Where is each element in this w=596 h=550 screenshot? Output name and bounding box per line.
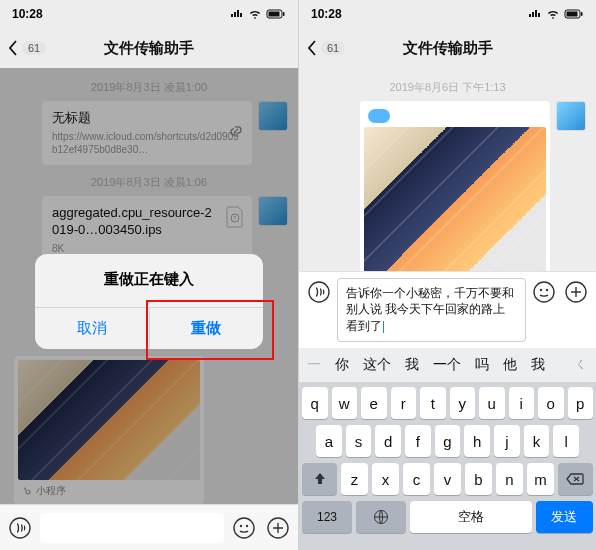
key-o[interactable]: o (538, 387, 564, 419)
candidate[interactable]: 你 (335, 356, 349, 374)
link-url: https://www.icloud.com/shortcuts/d2d0909… (52, 130, 242, 157)
unread-badge: 61 (22, 41, 46, 55)
status-time: 10:28 (311, 7, 342, 21)
nav-bar: 61 文件传输助手 (0, 28, 298, 68)
key-r[interactable]: r (391, 387, 417, 419)
svg-point-13 (309, 282, 329, 302)
candidate[interactable]: 吗 (475, 356, 489, 374)
emoji-button[interactable] (530, 278, 558, 306)
screenshot-left: 10:28 61 文件传输助手 2019年8月3日 凌晨1:00 无标题 htt… (0, 0, 298, 550)
alert-title: 重做正在键入 (35, 254, 263, 307)
key-y[interactable]: y (450, 387, 476, 419)
key-space[interactable]: 空格 (410, 501, 532, 533)
plus-button[interactable] (264, 514, 292, 542)
voice-button[interactable] (305, 278, 333, 306)
key-x[interactable]: x (372, 463, 399, 495)
key-globe[interactable] (356, 501, 406, 533)
timestamp: 2019年8月3日 凌晨1:00 (10, 80, 288, 95)
input-bar: 告诉你一个小秘密，千万不要和别人说 我今天下午回家的路上看到了| (299, 271, 596, 348)
link-title: 无标题 (52, 109, 242, 127)
file-name: aggregated.cpu_resource-2019-0…003450.ip… (52, 204, 242, 239)
text-input[interactable] (40, 513, 224, 543)
key-b[interactable]: b (465, 463, 492, 495)
svg-point-14 (534, 282, 554, 302)
candidate[interactable]: 我 (405, 356, 419, 374)
miniapp-image (364, 127, 546, 277)
miniapp-header-icon (368, 109, 390, 123)
cancel-button[interactable]: 取消 (35, 308, 149, 349)
miniapp-tag: 小程序 (18, 480, 200, 500)
timestamp: 2019年8月3日 凌晨1:06 (10, 175, 288, 190)
miniapp-image (18, 360, 200, 480)
screenshot-right: 10:28 61 文件传输助手 2019年8月6日 下午1:13 小程序 (298, 0, 596, 550)
link-icon (228, 123, 244, 143)
input-bar (0, 504, 298, 550)
miniapp-card-peek[interactable]: 小程序 (14, 356, 204, 504)
key-g[interactable]: g (435, 425, 461, 457)
svg-point-16 (547, 289, 548, 290)
key-d[interactable]: d (375, 425, 401, 457)
key-send[interactable]: 发送 (536, 501, 593, 533)
redo-button[interactable]: 重做 (149, 308, 264, 349)
redo-alert: 重做正在键入 取消 重做 (35, 254, 263, 349)
svg-point-15 (541, 289, 542, 290)
key-m[interactable]: m (527, 463, 554, 495)
expand-candidates[interactable]: ㄑ (574, 356, 588, 374)
key-h[interactable]: h (464, 425, 490, 457)
key-p[interactable]: p (568, 387, 594, 419)
key-f[interactable]: f (405, 425, 431, 457)
key-j[interactable]: j (494, 425, 520, 457)
svg-rect-2 (283, 12, 285, 16)
key-i[interactable]: i (509, 387, 535, 419)
key-a[interactable]: a (316, 425, 342, 457)
chat-area: 2019年8月6日 下午1:13 小程序 (299, 68, 596, 278)
status-time: 10:28 (12, 7, 43, 21)
back-button[interactable]: 61 (8, 40, 46, 56)
status-bar: 10:28 (299, 0, 596, 28)
svg-point-3 (231, 214, 239, 222)
status-icons (230, 9, 286, 19)
key-w[interactable]: w (332, 387, 358, 419)
key-u[interactable]: u (479, 387, 505, 419)
key-shift[interactable] (302, 463, 337, 495)
key-e[interactable]: e (361, 387, 387, 419)
message-miniapp[interactable]: 小程序 (309, 101, 586, 278)
key-q[interactable]: q (302, 387, 328, 419)
text-input[interactable]: 告诉你一个小秘密，千万不要和别人说 我今天下午回家的路上看到了| (337, 278, 526, 342)
svg-text:?: ? (234, 215, 237, 221)
candidate[interactable]: 这个 (363, 356, 391, 374)
key-delete[interactable] (558, 463, 593, 495)
key-z[interactable]: z (341, 463, 368, 495)
candidate[interactable]: 他 (503, 356, 517, 374)
unread-badge: 61 (321, 41, 345, 55)
key-numbers[interactable]: 123 (302, 501, 352, 533)
voice-button[interactable] (6, 514, 34, 542)
svg-rect-1 (269, 12, 280, 17)
chat-title: 文件传输助手 (104, 39, 194, 58)
candidate[interactable]: 一个 (433, 356, 461, 374)
status-icons (528, 9, 584, 19)
file-icon: ? (226, 206, 244, 232)
candidate[interactable]: 我 (531, 356, 545, 374)
key-s[interactable]: s (346, 425, 372, 457)
svg-rect-12 (581, 12, 583, 16)
back-button[interactable]: 61 (307, 40, 345, 56)
avatar[interactable] (556, 101, 586, 131)
timestamp: 2019年8月6日 下午1:13 (309, 80, 586, 95)
message-link[interactable]: 无标题 https://www.icloud.com/shortcuts/d2d… (10, 101, 288, 165)
candidate-bar: 一 你 这个 我 一个 吗 他 我 ㄑ (299, 348, 596, 382)
chat-title: 文件传输助手 (403, 39, 493, 58)
svg-point-8 (247, 525, 248, 526)
message-file[interactable]: aggregated.cpu_resource-2019-0…003450.ip… (10, 196, 288, 264)
key-k[interactable]: k (524, 425, 550, 457)
svg-point-5 (10, 518, 30, 538)
key-n[interactable]: n (496, 463, 523, 495)
emoji-button[interactable] (230, 514, 258, 542)
plus-button[interactable] (562, 278, 590, 306)
key-v[interactable]: v (434, 463, 461, 495)
avatar[interactable] (258, 101, 288, 131)
key-t[interactable]: t (420, 387, 446, 419)
key-c[interactable]: c (403, 463, 430, 495)
avatar[interactable] (258, 196, 288, 226)
key-l[interactable]: l (553, 425, 579, 457)
